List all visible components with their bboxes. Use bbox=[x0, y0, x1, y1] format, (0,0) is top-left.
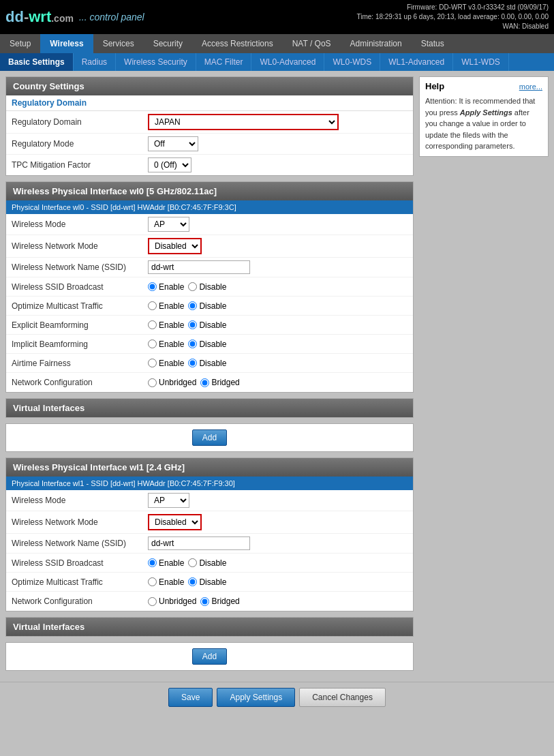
label-wl0-netconfig: Network Configuration bbox=[12, 378, 148, 387]
label-tpc: TPC Mitigation Factor bbox=[12, 160, 148, 170]
nav-nat-qos[interactable]: NAT / QoS bbox=[283, 34, 341, 53]
label-reg-mode: Regulatory Mode bbox=[12, 139, 148, 149]
nav-access-restrictions[interactable]: Access Restrictions bbox=[192, 34, 283, 53]
nav-setup[interactable]: Setup bbox=[0, 34, 40, 53]
control-wl1-ssid-bcast: Enable Disable bbox=[148, 558, 407, 568]
tab-wireless-security[interactable]: Wireless Security bbox=[116, 53, 196, 71]
control-wl0-explicit-bf: Enable Disable bbox=[148, 320, 407, 330]
label-wl0-implicit-bf: Implicit Beamforming bbox=[12, 339, 148, 349]
header-info: Firmware: DD-WRT v3.0-r33342 std (09/09/… bbox=[357, 3, 549, 31]
radio-wl0-implicit-bf-enable[interactable]: Enable bbox=[148, 339, 184, 349]
nav-wireless[interactable]: Wireless bbox=[40, 34, 93, 53]
add-button-1[interactable]: Add bbox=[192, 429, 227, 446]
logo: dd-wrt.com bbox=[5, 8, 74, 26]
radio-wl1-ssid-bcast-enable[interactable]: Enable bbox=[148, 558, 184, 568]
radio-wl0-ssid-bcast-disable[interactable]: Disable bbox=[188, 282, 226, 292]
help-more-link[interactable]: more... bbox=[519, 82, 542, 91]
radio-wl0-multicast-disable[interactable]: Disable bbox=[188, 301, 226, 311]
tab-wl0-wds[interactable]: WL0-WDS bbox=[324, 53, 380, 71]
tab-mac-filter[interactable]: MAC Filter bbox=[196, 53, 252, 71]
firmware-info: Firmware: DD-WRT v3.0-r33342 std (09/09/… bbox=[357, 3, 549, 12]
control-wl0-net-mode: Disabled Mixed AC-Only bbox=[148, 238, 407, 254]
save-button[interactable]: Save bbox=[168, 688, 213, 707]
form-row-wl0-airtime: Airtime Fairness Enable Disable bbox=[6, 354, 413, 373]
wl1-subheader: Physical Interface wl1 - SSID [dd-wrt] H… bbox=[6, 477, 413, 490]
label-wl1-netconfig: Network Configuration bbox=[12, 596, 148, 606]
radio-wl0-bridged[interactable]: Bridged bbox=[200, 378, 239, 387]
select-wl0-net-mode[interactable]: Disabled Mixed AC-Only bbox=[148, 238, 202, 254]
label-wl0-ssid-bcast: Wireless SSID Broadcast bbox=[12, 282, 148, 292]
wl1-header: Wireless Physical Interface wl1 [2.4 GHz… bbox=[6, 458, 413, 477]
radio-wl0-unbridged[interactable]: Unbridged bbox=[148, 378, 196, 387]
label-wl0-explicit-bf: Explicit Beamforming bbox=[12, 320, 148, 330]
tab-wl0-advanced[interactable]: WL0-Advanced bbox=[251, 53, 324, 71]
label-wl0-airtime: Airtime Fairness bbox=[12, 359, 148, 368]
control-wl0-airtime: Enable Disable bbox=[148, 359, 407, 368]
radio-wl0-airtime-disable[interactable]: Disable bbox=[188, 359, 226, 368]
select-wl1-mode[interactable]: AP Client bbox=[148, 493, 189, 508]
radio-wl0-multicast-enable[interactable]: Enable bbox=[148, 301, 184, 311]
label-wl0-ssid: Wireless Network Name (SSID) bbox=[12, 262, 148, 272]
radio-wl0-airtime-enable[interactable]: Enable bbox=[148, 359, 184, 368]
radio-wl1-ssid-bcast-disable[interactable]: Disable bbox=[188, 558, 226, 568]
control-reg-domain: JAPAN UNITED STATES EUROPE bbox=[148, 114, 407, 130]
control-wl0-ssid bbox=[148, 260, 407, 274]
country-settings-header: Country Settings bbox=[6, 77, 413, 95]
select-wl0-mode[interactable]: AP Client bbox=[148, 217, 189, 232]
help-box: Help more... Attention: It is recommende… bbox=[419, 76, 549, 157]
add-btn-row-2: Add bbox=[5, 642, 414, 671]
wl1-section: Wireless Physical Interface wl1 [2.4 GHz… bbox=[5, 457, 414, 611]
control-wl1-mode: AP Client bbox=[148, 493, 407, 508]
control-reg-mode: Off 802.11d 802.11h bbox=[148, 136, 407, 151]
virtual-interfaces-1-section: Virtual Interfaces bbox=[5, 398, 414, 418]
form-row-reg-mode: Regulatory Mode Off 802.11d 802.11h bbox=[6, 134, 413, 155]
control-wl0-netconfig: Unbridged Bridged bbox=[148, 378, 407, 387]
control-tpc: 0 (Off) 1 2 bbox=[148, 157, 407, 172]
select-tpc[interactable]: 0 (Off) 1 2 bbox=[148, 157, 191, 172]
nav-services[interactable]: Services bbox=[93, 34, 144, 53]
tab-basic-settings[interactable]: Basic Settings bbox=[0, 53, 74, 71]
nav-security[interactable]: Security bbox=[144, 34, 192, 53]
radio-wl0-explicit-bf-disable[interactable]: Disable bbox=[188, 320, 226, 330]
nav-status[interactable]: Status bbox=[412, 34, 454, 53]
control-wl1-ssid bbox=[148, 536, 407, 550]
label-wl1-multicast: Optimize Multicast Traffic bbox=[12, 577, 148, 587]
apply-button[interactable]: Apply Settings bbox=[217, 688, 295, 707]
virtual-interfaces-1-header: Virtual Interfaces bbox=[6, 399, 413, 417]
logo-area: dd-wrt.com ... control panel bbox=[5, 8, 144, 26]
form-row-wl0-netconfig: Network Configuration Unbridged Bridged bbox=[6, 373, 413, 392]
nav-secondary: Basic Settings Radius Wireless Security … bbox=[0, 53, 554, 71]
select-wl1-net-mode[interactable]: Disabled Mixed N-Only bbox=[148, 514, 202, 530]
form-row-wl1-ssid: Wireless Network Name (SSID) bbox=[6, 534, 413, 554]
form-row-wl1-mode: Wireless Mode AP Client bbox=[6, 490, 413, 511]
add-button-2[interactable]: Add bbox=[192, 648, 227, 665]
form-row-wl1-net-mode: Wireless Network Mode Disabled Mixed N-O… bbox=[6, 511, 413, 534]
label-wl0-net-mode: Wireless Network Mode bbox=[12, 241, 148, 251]
radio-wl0-explicit-bf-enable[interactable]: Enable bbox=[148, 320, 184, 330]
radio-wl1-multicast-disable[interactable]: Disable bbox=[188, 577, 226, 587]
nav-administration[interactable]: Administration bbox=[341, 34, 412, 53]
select-reg-mode[interactable]: Off 802.11d 802.11h bbox=[148, 136, 198, 151]
radio-wl0-ssid-bcast-enable[interactable]: Enable bbox=[148, 282, 184, 292]
input-wl0-ssid[interactable] bbox=[148, 260, 250, 274]
form-row-wl0-mode: Wireless Mode AP Client bbox=[6, 214, 413, 235]
radio-wl1-multicast-enable[interactable]: Enable bbox=[148, 577, 184, 587]
form-row-reg-domain: Regulatory Domain JAPAN UNITED STATES EU… bbox=[6, 111, 413, 134]
radio-wl0-implicit-bf-disable[interactable]: Disable bbox=[188, 339, 226, 349]
tab-wl1-advanced[interactable]: WL1-Advanced bbox=[380, 53, 453, 71]
radio-wl1-unbridged[interactable]: Unbridged bbox=[148, 596, 196, 606]
reg-domain-subheader: Regulatory Domain bbox=[6, 95, 413, 111]
virtual-interfaces-2-header: Virtual Interfaces bbox=[6, 618, 413, 636]
form-row-wl0-explicit-bf: Explicit Beamforming Enable Disable bbox=[6, 316, 413, 335]
wan-info: WAN: Disabled bbox=[357, 22, 549, 31]
label-reg-domain: Regulatory Domain bbox=[12, 117, 148, 127]
form-row-wl1-netconfig: Network Configuration Unbridged Bridged bbox=[6, 592, 413, 611]
radio-wl1-bridged[interactable]: Bridged bbox=[200, 596, 239, 606]
cancel-button[interactable]: Cancel Changes bbox=[299, 688, 386, 707]
select-reg-domain[interactable]: JAPAN UNITED STATES EUROPE bbox=[148, 114, 339, 130]
tab-radius[interactable]: Radius bbox=[74, 53, 116, 71]
tab-wl1-wds[interactable]: WL1-WDS bbox=[453, 53, 509, 71]
label-wl1-mode: Wireless Mode bbox=[12, 496, 148, 505]
input-wl1-ssid[interactable] bbox=[148, 536, 250, 550]
wl0-subheader: Physical Interface wl0 - SSID [dd-wrt] H… bbox=[6, 200, 413, 214]
